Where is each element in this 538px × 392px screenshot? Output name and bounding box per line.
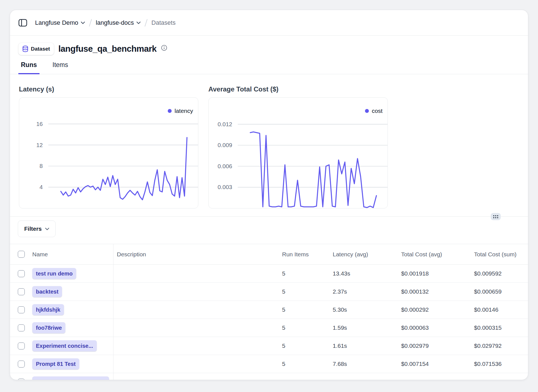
table-row: Experiment concise... 5 1.61s $0.002979 … xyxy=(10,337,528,355)
cost-line xyxy=(250,132,377,207)
app-window: Langfuse Demo langfuse-docs Datasets Dat… xyxy=(10,10,528,380)
filters-row: Filters xyxy=(10,217,528,244)
y-tick-label: 8 xyxy=(40,163,43,169)
description-cell xyxy=(113,319,282,337)
run-name-badge[interactable]: backtest xyxy=(32,286,62,297)
y-tick-label: 0.006 xyxy=(218,163,232,169)
description-cell xyxy=(113,283,282,301)
section-divider xyxy=(10,216,528,217)
total-cost-sum-cell: $0.009592 xyxy=(474,270,528,277)
y-tick-label: 0.003 xyxy=(218,184,232,190)
run-name-badge[interactable]: test run demo xyxy=(32,268,76,279)
breadcrumb-datasets-link[interactable]: Datasets xyxy=(151,19,176,26)
description-cell xyxy=(113,301,282,319)
description-cell xyxy=(113,265,282,282)
row-checkbox[interactable] xyxy=(18,288,25,295)
y-tick-label: 4 xyxy=(40,184,43,190)
run-items-cell: 5 xyxy=(282,324,333,331)
column-header-latency-avg: Latency (avg) xyxy=(333,251,401,258)
breadcrumb-separator xyxy=(145,19,148,26)
page-header: Dataset langfuse_qa_benchmark xyxy=(10,36,528,55)
total-cost-avg-cell: $0.002979 xyxy=(401,343,474,349)
run-name-badge[interactable]: Prompt 81 Test xyxy=(32,358,79,369)
run-items-cell: 5 xyxy=(282,361,333,367)
total-cost-sum-cell: $0.029792 xyxy=(474,343,528,349)
row-checkbox[interactable] xyxy=(18,379,25,380)
tab-items[interactable]: Items xyxy=(50,61,71,74)
resize-handle[interactable] xyxy=(491,213,501,220)
total-cost-sum-cell: $0.000659 xyxy=(474,288,528,295)
latency-avg-cell: 1.61s xyxy=(333,343,401,349)
header-cell-name: Name xyxy=(10,244,113,264)
table-row: hjkfdshjk 5 5.30s $0.000292 $0.00146 xyxy=(10,301,528,319)
breadcrumb-org-label: Langfuse Demo xyxy=(35,19,78,26)
total-cost-sum-cell: $0.000315 xyxy=(474,324,528,331)
latency-chart-title: Latency (s) xyxy=(19,85,198,93)
filters-button[interactable]: Filters xyxy=(18,220,56,237)
latency-avg-cell: 2.37s xyxy=(333,288,401,295)
latency-avg-cell: 5.30s xyxy=(333,306,401,313)
total-cost-avg-cell: $0.007154 xyxy=(401,361,474,367)
column-header-name: Name xyxy=(32,251,48,258)
column-header-description: Description xyxy=(117,251,146,258)
select-all-checkbox[interactable] xyxy=(18,251,25,258)
info-icon[interactable] xyxy=(161,45,167,51)
legend-label: cost xyxy=(372,108,382,114)
row-checkbox[interactable] xyxy=(18,361,25,368)
legend-dot xyxy=(365,109,369,113)
column-header-total-cost-avg: Total Cost (avg) xyxy=(401,251,474,258)
run-name-badge[interactable]: Experiment concise... xyxy=(32,340,97,351)
table-row: backtest 5 2.37s $0.000132 $0.000659 xyxy=(10,283,528,301)
row-checkbox[interactable] xyxy=(18,324,25,331)
tabs: Runs Items xyxy=(10,61,528,74)
breadcrumb-project-selector[interactable]: langfuse-docs xyxy=(96,19,141,26)
table-row: Prompt 81 Test 5 7.68s $0.007154 $0.0715… xyxy=(10,355,528,373)
y-tick-label: 12 xyxy=(36,142,43,148)
sidebar-toggle-button[interactable] xyxy=(18,19,27,27)
breadcrumb-project-label: langfuse-docs xyxy=(96,19,134,26)
latency-avg-cell: 13.43s xyxy=(333,270,401,277)
total-cost-sum-cell: $0.071536 xyxy=(474,361,528,367)
filters-button-label: Filters xyxy=(24,225,42,232)
run-name-badge[interactable]: foo78riwe xyxy=(32,322,65,333)
chevron-down-icon xyxy=(45,228,49,230)
chevron-down-icon xyxy=(81,21,85,24)
description-cell xyxy=(113,337,282,355)
row-checkbox[interactable] xyxy=(18,306,25,313)
run-items-cell: 5 xyxy=(282,288,333,295)
y-tick-label: 0.012 xyxy=(218,121,232,127)
run-name-badge[interactable] xyxy=(32,376,109,380)
row-checkbox[interactable] xyxy=(18,270,25,277)
table-row-partial xyxy=(10,373,528,380)
cost-chart-legend: cost xyxy=(365,108,382,114)
latency-chart-group: Latency (s) latency 481216 xyxy=(19,85,198,209)
legend-dot xyxy=(168,109,172,113)
run-name-badge[interactable]: hjkfdshjk xyxy=(32,304,64,315)
table-row: foo78riwe 5 1.59s $0.000063 $0.000315 xyxy=(10,319,528,337)
dataset-badge-label: Dataset xyxy=(31,46,50,52)
cost-chart-title: Average Total Cost ($) xyxy=(208,85,388,93)
panel-left-icon xyxy=(18,19,27,27)
chevron-down-icon xyxy=(136,21,141,24)
latency-chart: latency 481216 xyxy=(19,97,198,209)
breadcrumb: Langfuse Demo langfuse-docs Datasets xyxy=(35,19,176,27)
description-cell xyxy=(113,355,282,373)
breadcrumb-org-selector[interactable]: Langfuse Demo xyxy=(35,19,85,26)
tab-runs[interactable]: Runs xyxy=(18,61,40,74)
y-tick-label: 16 xyxy=(36,121,43,127)
cost-chart-group: Average Total Cost ($) cost 0.0030.0060.… xyxy=(208,85,388,209)
column-header-total-cost-sum: Total Cost (sum) xyxy=(474,251,528,258)
row-checkbox[interactable] xyxy=(18,343,25,349)
header-cell-description: Description xyxy=(113,244,282,264)
run-items-cell: 5 xyxy=(282,306,333,313)
table-row: test run demo 5 13.43s $0.001918 $0.0095… xyxy=(10,265,528,283)
total-cost-avg-cell: $0.000292 xyxy=(401,306,474,313)
cost-chart: cost 0.0030.0060.0090.012 xyxy=(208,97,388,209)
database-icon xyxy=(22,46,28,52)
total-cost-avg-cell: $0.000132 xyxy=(401,288,474,295)
total-cost-sum-cell: $0.00146 xyxy=(474,306,528,313)
latency-avg-cell: 7.68s xyxy=(333,361,401,367)
page-title: langfuse_qa_benchmark xyxy=(58,44,157,54)
dataset-type-badge: Dataset xyxy=(18,43,54,55)
cost-chart-svg: 0.0030.0060.0090.012 xyxy=(209,98,388,208)
